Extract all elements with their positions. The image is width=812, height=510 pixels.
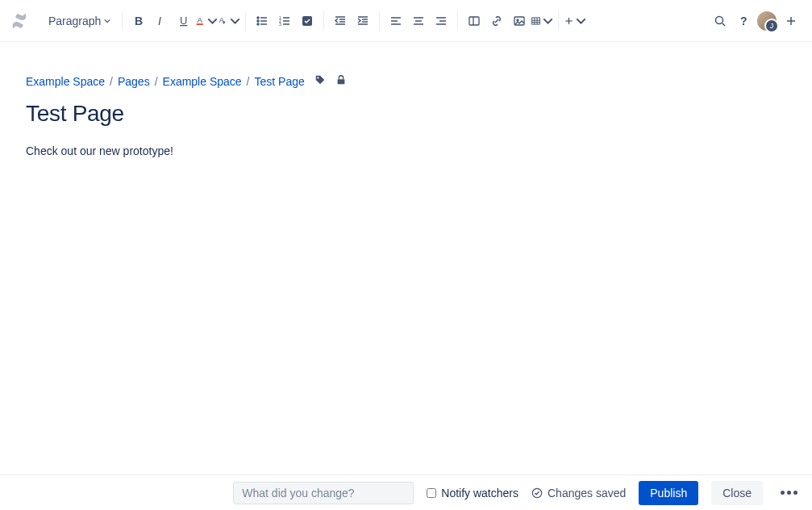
editor-footer: Notify watchers Changes saved Publish Cl… bbox=[0, 474, 812, 510]
svg-rect-37 bbox=[469, 17, 479, 25]
breadcrumb: Example Space / Pages / Example Space / … bbox=[26, 74, 812, 88]
svg-point-48 bbox=[716, 16, 723, 23]
chevron-down-icon bbox=[230, 15, 240, 27]
paragraph-style-select[interactable]: Paragraph bbox=[42, 11, 117, 31]
search-button[interactable] bbox=[709, 10, 731, 32]
layout-button[interactable] bbox=[463, 10, 485, 32]
breadcrumb-link[interactable]: Test Page bbox=[255, 75, 305, 88]
svg-rect-4 bbox=[197, 23, 203, 25]
svg-line-49 bbox=[722, 23, 725, 26]
user-avatar[interactable] bbox=[757, 11, 777, 31]
svg-text:B: B bbox=[135, 15, 143, 27]
close-button[interactable]: Close bbox=[711, 481, 763, 505]
svg-text:A: A bbox=[198, 15, 203, 24]
notify-checkbox-input[interactable] bbox=[427, 488, 436, 498]
invite-button[interactable] bbox=[780, 10, 802, 32]
separator bbox=[323, 11, 324, 31]
notify-watchers-checkbox[interactable]: Notify watchers bbox=[427, 487, 518, 500]
chevron-down-icon bbox=[207, 15, 218, 27]
task-list-button[interactable] bbox=[296, 10, 319, 32]
svg-point-7 bbox=[257, 17, 259, 19]
page-body[interactable]: Check out our new prototype! bbox=[26, 144, 812, 157]
save-status-label: Changes saved bbox=[548, 487, 626, 500]
more-actions-button[interactable] bbox=[776, 491, 802, 495]
numbered-list-button[interactable]: 123 bbox=[273, 10, 296, 32]
separator bbox=[457, 11, 458, 31]
align-left-button[interactable] bbox=[385, 10, 407, 32]
image-button[interactable] bbox=[508, 10, 531, 32]
svg-text:3: 3 bbox=[279, 22, 281, 27]
breadcrumb-separator: / bbox=[247, 75, 250, 88]
svg-point-40 bbox=[517, 19, 518, 21]
svg-rect-54 bbox=[337, 79, 344, 84]
chevron-down-icon bbox=[543, 15, 553, 27]
change-comment-input[interactable] bbox=[233, 482, 414, 504]
table-button[interactable] bbox=[531, 10, 553, 32]
text-color-button[interactable]: A bbox=[195, 10, 218, 32]
italic-button[interactable]: I bbox=[150, 10, 173, 32]
style-label: Paragraph bbox=[48, 15, 101, 27]
separator bbox=[122, 11, 123, 31]
link-button[interactable] bbox=[485, 10, 508, 32]
more-formatting-button[interactable]: A▾ bbox=[218, 10, 240, 32]
help-button[interactable]: ? bbox=[731, 10, 754, 32]
separator bbox=[245, 11, 246, 31]
bold-button[interactable]: B bbox=[127, 10, 150, 32]
svg-point-53 bbox=[317, 77, 319, 78]
align-right-button[interactable] bbox=[430, 10, 452, 32]
breadcrumb-link[interactable]: Pages bbox=[118, 75, 150, 88]
svg-text:?: ? bbox=[740, 15, 747, 27]
outdent-button[interactable] bbox=[329, 10, 352, 32]
align-center-button[interactable] bbox=[407, 10, 430, 32]
separator bbox=[379, 11, 380, 31]
insert-button[interactable] bbox=[564, 10, 586, 32]
confluence-logo[interactable] bbox=[10, 11, 29, 31]
chevron-down-icon bbox=[576, 15, 586, 27]
save-status: Changes saved bbox=[531, 487, 626, 500]
breadcrumb-separator: / bbox=[155, 75, 158, 88]
publish-button[interactable]: Publish bbox=[639, 481, 698, 505]
notify-label: Notify watchers bbox=[441, 487, 518, 500]
chevron-down-icon bbox=[104, 18, 110, 24]
check-circle-icon bbox=[531, 487, 543, 499]
separator bbox=[558, 11, 559, 31]
svg-rect-41 bbox=[532, 17, 540, 23]
svg-text:I: I bbox=[158, 15, 161, 27]
editor-toolbar: Paragraph B I U A A▾ 123 ? bbox=[0, 0, 812, 42]
breadcrumb-separator: / bbox=[110, 75, 113, 88]
indent-button[interactable] bbox=[352, 10, 374, 32]
restrictions-icon[interactable] bbox=[335, 74, 347, 88]
label-icon[interactable] bbox=[314, 74, 326, 88]
bullet-list-button[interactable] bbox=[251, 10, 273, 32]
svg-text:▾: ▾ bbox=[223, 19, 226, 25]
svg-point-9 bbox=[257, 20, 259, 22]
svg-point-11 bbox=[257, 23, 259, 25]
breadcrumb-link[interactable]: Example Space bbox=[26, 75, 105, 88]
page-title[interactable]: Test Page bbox=[26, 101, 812, 127]
underline-button[interactable]: U bbox=[173, 10, 195, 32]
svg-text:U: U bbox=[180, 15, 187, 27]
breadcrumb-link[interactable]: Example Space bbox=[163, 75, 242, 88]
editor-content: Example Space / Pages / Example Space / … bbox=[0, 42, 812, 157]
